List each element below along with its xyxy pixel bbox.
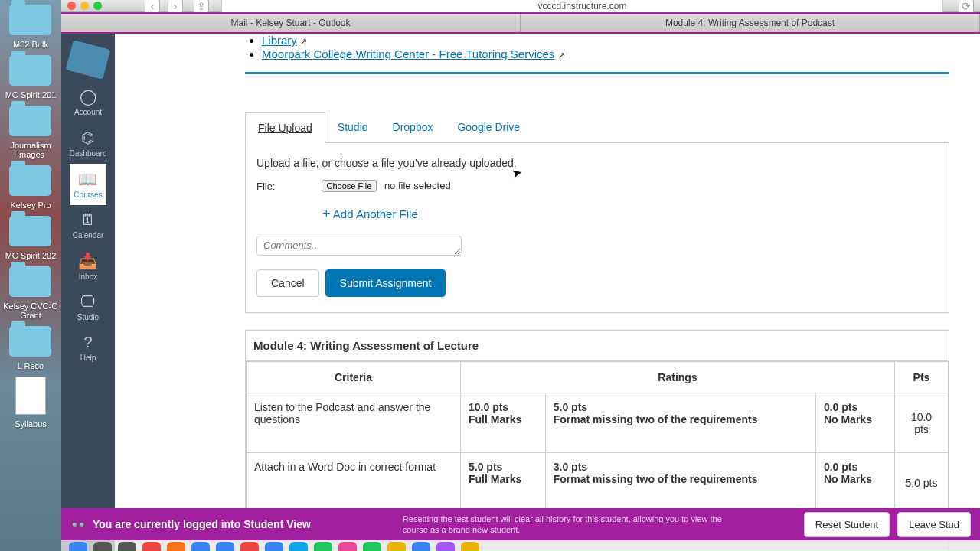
sidebar-item-courses[interactable]: 📖Courses [70,164,107,205]
desktop-label: MC Spirit 201 [2,90,60,99]
desktop-folder[interactable] [9,326,51,357]
back-button[interactable]: ‹ [145,0,160,14]
pts-cell: 10.0 pts [895,393,949,453]
comments-input[interactable] [256,236,462,256]
reset-student-button[interactable]: Reset Student [804,512,890,537]
dock-item[interactable] [191,542,210,551]
dock-item[interactable] [93,542,112,551]
choose-file-button[interactable]: Choose File [322,180,377,192]
criteria-cell: Attach in a Word Doc in correct format [247,453,461,513]
inbox-icon: 📥 [70,252,107,270]
tab-dropbox[interactable]: Dropbox [381,112,446,142]
dock-item[interactable] [142,542,161,551]
cancel-button[interactable]: Cancel [256,269,319,297]
dashboard-icon: ⌬ [70,129,107,147]
forward-button[interactable]: › [168,0,183,14]
rubric-table: Criteria Ratings Pts Listen to the Podca… [246,361,949,513]
studio-icon: 🖵 [70,293,107,311]
pts-cell: 5.0 pts [895,453,949,513]
browser-tabs: Mail - Kelsey Stuart - Outlook Module 4:… [61,12,980,32]
rating-cell: 0.0 ptsNo Marks [815,453,894,513]
desktop-folder[interactable] [9,55,51,86]
tab-outlook[interactable]: Mail - Kelsey Stuart - Outlook [61,14,521,32]
col-pts: Pts [895,362,949,393]
sidebar-item-studio[interactable]: 🖵Studio [70,287,107,328]
file-label: File: [256,181,276,192]
desktop-folder[interactable] [9,5,51,35]
maximize-icon[interactable] [93,2,102,10]
desktop-doc[interactable] [15,377,46,415]
courses-icon: 📖 [70,170,107,188]
desktop-folder[interactable] [9,216,51,246]
desktop-label: M02 Bulk [2,40,60,49]
dock-item[interactable] [412,542,430,551]
rating-cell: 5.0 ptsFormat missing two of the require… [545,393,815,453]
close-icon[interactable] [67,2,76,10]
rubric-row: Attach in a Word Doc in correct format5.… [247,453,949,513]
desktop-label: Syllabus [2,419,60,429]
minimize-icon[interactable] [80,2,89,10]
main-content: Library ↗ Moorpark College Writing Cente… [115,34,980,551]
tab-file-upload[interactable]: File Upload [245,112,325,143]
tab-canvas[interactable]: Module 4: Writing Assessment of Podcast [521,14,980,32]
sidebar-item-inbox[interactable]: 📥Inbox [70,246,107,287]
dock-item[interactable] [363,542,381,551]
student-view-bar: 👓 You are currently logged into Student … [61,508,980,540]
upload-hint: Upload a file, or choose a file you've a… [256,157,938,169]
col-ratings: Ratings [461,362,895,393]
col-criteria: Criteria [247,362,461,393]
dock-item[interactable] [461,542,479,551]
submit-button[interactable]: Submit Assignment [325,269,446,297]
dock [61,540,980,551]
sidebar-item-help[interactable]: ?Help [70,328,107,368]
rubric-row: Listen to the Podcast and answer the que… [247,393,949,453]
desktop-folder[interactable] [9,266,51,297]
canvas-sidebar: ◯Account⌬Dashboard📖Courses🗓Calendar📥Inbo… [61,34,115,551]
link-library[interactable]: Library [262,34,297,47]
browser-window: ‹ › ⇪ vcccd.instructure.com ⟳ Mail - Kel… [61,0,980,551]
desktop-label: L Reco [2,361,60,370]
criteria-cell: Listen to the Podcast and answer the que… [247,393,461,453]
dock-item[interactable] [69,542,87,551]
link-writing-center[interactable]: Moorpark College Writing Center - Free T… [262,47,554,60]
dock-item[interactable] [387,542,406,551]
rating-cell: 10.0 ptsFull Marks [461,393,546,453]
upload-tabs: File Upload Studio Dropbox Google Drive [245,112,949,143]
add-another-file[interactable]: + Add Another File [322,206,938,222]
reload-button[interactable]: ⟳ [959,0,974,14]
student-view-sub: Resetting the test student will clear al… [403,514,724,536]
content: ◯Account⌬Dashboard📖Courses🗓Calendar📥Inbo… [61,32,980,551]
student-view-msg: You are currently logged into Student Vi… [93,518,311,530]
desktop-folder[interactable] [9,165,51,196]
dock-item[interactable] [265,542,283,551]
sidebar-item-dashboard[interactable]: ⌬Dashboard [70,122,107,164]
sidebar-item-account[interactable]: ◯Account [70,81,107,122]
dock-item[interactable] [436,542,455,551]
dock-item[interactable] [118,542,136,551]
glasses-icon: 👓 [70,517,86,532]
desktop: M02 BulkMC Spirit 201Journalism ImagesKe… [0,0,61,551]
tab-studio[interactable]: Studio [325,112,381,142]
upload-panel: Upload a file, or choose a file you've a… [245,143,949,313]
dock-item[interactable] [216,542,234,551]
dock-item[interactable] [314,542,332,551]
dock-item[interactable] [240,542,259,551]
desktop-label: Kelsey CVC-O Grant [2,302,60,320]
desktop-label: Kelsey Pro [2,201,60,210]
leave-student-button[interactable]: Leave Stud [897,512,971,537]
sidebar-item-calendar[interactable]: 🗓Calendar [70,205,107,246]
desktop-folder[interactable] [9,106,51,136]
account-icon: ◯ [70,87,107,106]
no-file-text: no file selected [384,180,451,191]
rubric-title: Module 4: Writing Assessment of Lecture [246,331,949,361]
tab-google-drive[interactable]: Google Drive [445,112,532,142]
dock-item[interactable] [167,542,185,551]
calendar-icon: 🗓 [70,211,107,229]
resource-links: Library ↗ Moorpark College Writing Cente… [245,34,949,61]
share-button[interactable]: ⇪ [194,0,209,14]
rating-cell: 0.0 ptsNo Marks [815,393,894,453]
logo[interactable] [66,40,111,80]
desktop-label: MC Spirit 202 [2,251,60,260]
dock-item[interactable] [289,542,308,551]
dock-item[interactable] [338,542,357,551]
